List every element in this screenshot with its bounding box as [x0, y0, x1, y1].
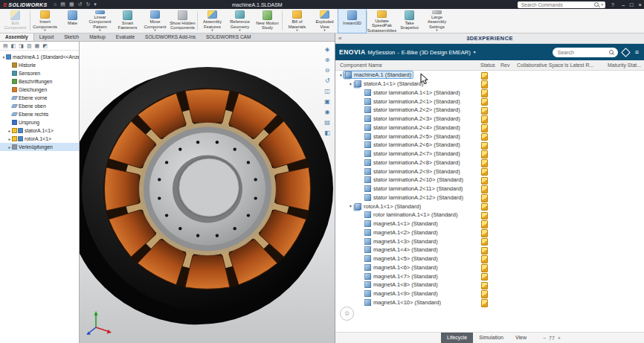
component-row[interactable]: magnetA.1<7> (Standard) — [335, 272, 644, 281]
configurationmanager-tab-icon[interactable]: ◨ — [19, 43, 24, 49]
component-row[interactable]: ▾rotorA.1<1> (Standard) — [335, 202, 644, 211]
update-speedpak-subassemblies-button[interactable]: Update SpeedPak Subassemblies — [368, 9, 396, 33]
zoom-to-area-icon[interactable]: ⊖ — [322, 65, 332, 75]
component-row[interactable]: magnetA.1<8> (Standard) — [335, 281, 644, 289]
bottom-tab-view[interactable]: View — [509, 333, 532, 343]
search-dropdown-icon[interactable]: ▾ — [601, 2, 603, 7]
feature-tree-item[interactable]: Gleichungen — [0, 86, 79, 94]
component-row[interactable]: stator laminationA.1<1> (Standard) — [335, 89, 644, 97]
column-header-collaborative-space[interactable]: Collaborative Space — [517, 62, 564, 68]
collapse-panel-button[interactable]: « — [338, 35, 342, 42]
component-row[interactable]: magnetA.1<4> (Standard) — [335, 246, 644, 254]
feature-tree-item[interactable]: ▸Verknüpfungen — [0, 143, 79, 151]
component-row[interactable]: stator laminationA.2<6> (Standard) — [335, 141, 644, 150]
view-orientation-icon[interactable]: ◈ — [322, 45, 332, 54]
component-row[interactable]: magnetA.1<2> (Standard) — [335, 228, 644, 237]
bottom-tab-lifecycle[interactable]: Lifecycle — [441, 333, 473, 343]
linear-component-pattern-button[interactable]: Linear Component Pattern▾ — [86, 9, 114, 33]
mate-button[interactable]: Mate — [59, 9, 86, 33]
tab-markup[interactable]: Markup — [84, 33, 111, 41]
component-row[interactable]: rotor laminationA.1<1> (Standard) — [335, 211, 644, 219]
component-row[interactable]: stator laminationA.2<11> (Standard) — [335, 185, 644, 193]
move-component-button[interactable]: Move Component▾ — [141, 9, 169, 33]
component-row[interactable]: magnetA.1<3> (Standard) — [335, 237, 644, 246]
previous-view-icon[interactable]: ↺ — [322, 76, 332, 86]
component-row[interactable]: stator laminationA.2<4> (Standard) — [335, 124, 644, 132]
feature-tree-item[interactable]: ▾machineA.1 (Standard<<Anzeigestatus-1..… — [0, 53, 79, 61]
show-hidden-components-button[interactable]: Show Hidden Components — [169, 9, 196, 33]
feature-tree-item[interactable]: ▸rotorA.1<1> — [0, 135, 79, 143]
dimxpertmanager-tab-icon[interactable]: ▥ — [27, 43, 32, 49]
component-row[interactable]: ▾statorA.1<1> (Standard) — [335, 80, 644, 89]
instant3d-button[interactable]: Instant3D — [338, 9, 366, 33]
new-motion-study-button[interactable]: New Motion Study — [254, 9, 281, 33]
feature-tree-item[interactable]: ▸statorA.1<1> — [0, 126, 79, 135]
tab-assembly[interactable]: Assembly — [0, 33, 34, 41]
tab-sketch[interactable]: Sketch — [59, 33, 84, 41]
exploded-view-button[interactable]: Exploded View▾ — [311, 9, 338, 33]
feature-tree-item[interactable]: Sensoren — [0, 69, 79, 77]
component-row[interactable]: magnetA.1<1> (Standard) — [335, 219, 644, 228]
search-icon[interactable] — [594, 2, 599, 7]
large-assembly-settings-button[interactable]: Large Assembly Settings▾ — [423, 9, 451, 33]
expander-icon[interactable]: ▾ — [338, 73, 344, 77]
save-icon[interactable]: ▦ — [69, 1, 74, 7]
smart-fasteners-button[interactable]: Smart Fasteners — [114, 9, 141, 33]
displaymanager-tab-icon[interactable]: ▦ — [35, 43, 40, 49]
tab-evaluate[interactable]: Evaluate — [111, 33, 140, 41]
take-snapshot-button[interactable]: Take Snapshot — [396, 9, 423, 33]
component-row[interactable]: stator laminationA.2<10> (Standard) — [335, 176, 644, 185]
component-row[interactable]: stator laminationA.2<2> (Standard) — [335, 106, 644, 115]
apply-scene-icon[interactable]: ◧ — [322, 128, 332, 138]
section-view-icon[interactable]: ◫ — [322, 86, 332, 96]
component-row[interactable]: stator laminationA.2<7> (Standard) — [335, 150, 644, 158]
column-header-component-name[interactable]: Component Name — [340, 62, 382, 68]
search-commands-box[interactable]: ▾ — [518, 1, 605, 8]
display-style-icon[interactable]: ▣ — [322, 97, 332, 106]
reference-geometry-button[interactable]: Reference Geometry▾ — [226, 9, 254, 33]
assembly-features-button[interactable]: Assembly Features▾ — [199, 9, 226, 33]
expander-icon[interactable]: ▾ — [348, 204, 353, 208]
help-button[interactable]: ? — [611, 2, 614, 7]
feature-tree-item[interactable]: Ebene vorne — [0, 94, 79, 102]
home-icon[interactable]: ⌂ — [54, 1, 57, 7]
zoom-in-button[interactable]: + — [558, 336, 561, 341]
bill-of-materials-button[interactable]: Bill of Materials▾ — [283, 9, 311, 33]
cam-tab-icon[interactable]: ◩ — [42, 43, 48, 49]
component-row[interactable]: stator laminationA.2<5> (Standard) — [335, 132, 644, 141]
insert-components-button[interactable]: Insert Components▾ — [31, 9, 59, 33]
component-row[interactable]: stator laminationA.2<9> (Standard) — [335, 167, 644, 176]
feature-tree-item[interactable]: Beschriftungen — [0, 77, 79, 86]
tag-icon[interactable] — [621, 48, 631, 57]
panel-search-input[interactable] — [556, 49, 609, 56]
column-header-is-latest[interactable]: Is Latest R... — [564, 62, 593, 68]
edit-appearance-icon[interactable]: ▤ — [322, 118, 332, 127]
zoom-out-button[interactable]: − — [543, 336, 546, 341]
tab-layout[interactable]: Layout — [34, 33, 59, 41]
menu-icon[interactable]: ≡ — [635, 48, 639, 56]
expander-icon[interactable]: ▾ — [348, 82, 353, 86]
component-row[interactable]: magnetA.1<10> (Standard) — [335, 298, 644, 307]
graphics-area[interactable]: ◈⊕⊖↺◫▣◉▤◧ — [80, 42, 335, 343]
feature-tree-item[interactable]: Ebene rechts — [0, 110, 79, 118]
feature-tree-item[interactable]: Ursprung — [0, 118, 79, 126]
featuremanager-tab-icon[interactable]: ▤ — [3, 43, 8, 49]
search-icon[interactable] — [609, 50, 614, 55]
tab-solidworks-add-ins[interactable]: SOLIDWORKS Add-Ins — [140, 33, 201, 41]
zoom-to-fit-icon[interactable]: ⊕ — [322, 55, 332, 65]
component-row[interactable]: stator laminationA.2<3> (Standard) — [335, 115, 644, 124]
redo-icon[interactable]: ↻ — [86, 1, 90, 7]
assistant-icon[interactable]: ☺ — [340, 307, 354, 321]
feature-tree-item[interactable]: Historie — [0, 61, 79, 69]
feature-tree-item[interactable]: Ebene oben — [0, 102, 79, 110]
component-row[interactable]: magnetA.1<5> (Standard) — [335, 254, 644, 263]
bottom-tab-simulation[interactable]: Simulation — [473, 333, 509, 343]
component-row[interactable]: magnetA.1<9> (Standard) — [335, 289, 644, 298]
undo-icon[interactable]: ↺ — [78, 1, 83, 7]
column-header-rev[interactable]: Rev — [500, 62, 509, 68]
component-row[interactable]: stator laminationA.2<12> (Standard) — [335, 193, 644, 202]
panel-search-box[interactable] — [553, 48, 618, 57]
minimize-button[interactable]: – — [622, 1, 625, 8]
component-row[interactable]: magnetA.1<6> (Standard) — [335, 263, 644, 272]
component-row[interactable]: ▾machineA.1 (Standard) — [335, 71, 644, 80]
